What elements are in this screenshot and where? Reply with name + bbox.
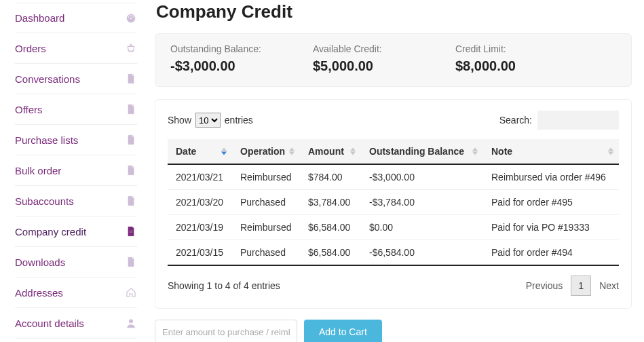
add-to-cart-button[interactable]: Add to Cart <box>304 320 382 342</box>
available-credit-label: Available Credit: <box>313 43 415 54</box>
document-icon <box>125 164 137 176</box>
entries-select[interactable]: 10 <box>195 113 221 128</box>
sidebar-item-dashboard[interactable]: Dashboard <box>15 3 137 33</box>
cell-balance: -$3,784.00 <box>361 190 483 215</box>
sidebar-item-subaccounts[interactable]: Subaccounts <box>15 186 137 216</box>
sidebar-item-orders[interactable]: Orders <box>15 33 137 64</box>
col-date[interactable]: Date <box>168 139 232 164</box>
sidebar-item-label: Downloads <box>15 256 65 268</box>
sidebar-item-label: Orders <box>15 43 46 54</box>
cell-amount: $784.00 <box>300 164 361 190</box>
sort-icon <box>608 148 613 155</box>
page-title: Company Credit <box>156 1 632 22</box>
sort-icon <box>289 148 295 155</box>
sidebar-item-purchase-lists[interactable]: Purchase lists <box>15 125 137 155</box>
home-icon <box>125 286 137 299</box>
outstanding-balance-label: Outstanding Balance: <box>170 43 272 54</box>
cell-note: Paid for order #494 <box>483 240 619 266</box>
table-row: 2021/03/20 Purchased $3,784.00 -$3,784.0… <box>168 190 619 215</box>
available-credit-value: $5,000.00 <box>313 58 415 74</box>
basket-icon <box>125 42 137 54</box>
col-note[interactable]: Note <box>483 139 619 164</box>
show-entries-prefix: Show <box>168 115 191 126</box>
document-icon <box>125 73 137 85</box>
col-balance[interactable]: Outstanding Balance <box>361 139 483 164</box>
outstanding-balance-value: -$3,000.00 <box>170 58 272 74</box>
cell-date: 2021/03/19 <box>168 215 232 240</box>
sidebar-item-bulk-order[interactable]: Bulk order <box>15 155 137 186</box>
credit-limit-value: $8,000.00 <box>455 58 557 74</box>
dashboard-icon <box>125 12 137 24</box>
sidebar-item-label: Offers <box>15 104 43 115</box>
amount-input[interactable] <box>155 320 297 342</box>
search-input[interactable] <box>537 111 619 130</box>
cell-balance: -$3,000.00 <box>361 164 483 190</box>
cell-amount: $6,584.00 <box>300 215 361 240</box>
table-info: Showing 1 to 4 of 4 entries <box>168 280 280 291</box>
cell-date: 2021/03/21 <box>168 164 232 190</box>
sidebar-item-label: Purchase lists <box>15 134 78 146</box>
sort-icon <box>221 148 227 155</box>
document-icon <box>125 195 137 207</box>
table-row: 2021/03/15 Purchased $6,584.00 -$6,584.0… <box>168 240 619 266</box>
pagination: Previous 1 Next <box>526 276 619 296</box>
document-icon <box>125 256 137 268</box>
transactions-table: Date Operation Amount <box>168 139 619 266</box>
sidebar-item-label: Company credit <box>15 226 86 238</box>
col-operation[interactable]: Operation <box>232 139 300 164</box>
cell-balance: -$6,584.00 <box>361 240 483 266</box>
cell-note: Paid for via PO #19333 <box>483 215 619 240</box>
user-icon <box>125 317 137 329</box>
sidebar-item-downloads[interactable]: Downloads <box>15 247 137 278</box>
prev-button[interactable]: Previous <box>526 280 563 291</box>
sidebar: Dashboard Orders Conversations Offers Pu… <box>0 0 143 342</box>
sidebar-item-conversations[interactable]: Conversations <box>15 64 137 94</box>
cell-date: 2021/03/15 <box>168 240 232 266</box>
cell-amount: $3,784.00 <box>300 190 361 215</box>
cell-operation: Reimbursed <box>232 215 300 240</box>
sidebar-item-label: Subaccounts <box>15 195 74 207</box>
cell-operation: Reimbursed <box>232 164 300 190</box>
sidebar-item-label: Conversations <box>15 73 80 85</box>
document-icon <box>125 134 137 146</box>
sidebar-item-addresses[interactable]: Addresses <box>15 278 137 308</box>
col-amount[interactable]: Amount <box>300 139 361 164</box>
sort-icon <box>472 148 478 155</box>
sort-icon <box>350 148 356 155</box>
sidebar-item-offers[interactable]: Offers <box>15 94 137 125</box>
cell-amount: $6,584.00 <box>300 240 361 266</box>
document-filled-icon <box>125 225 137 238</box>
main-content: Company Credit Outstanding Balance: -$3,… <box>143 0 644 342</box>
cell-operation: Purchased <box>232 240 300 266</box>
table-row: 2021/03/21 Reimbursed $784.00 -$3,000.00… <box>168 164 619 190</box>
credit-limit-label: Credit Limit: <box>455 43 557 54</box>
sidebar-item-label: Addresses <box>15 287 63 299</box>
show-entries-control: Show 10 entries <box>168 113 253 128</box>
search-label: Search: <box>499 115 532 126</box>
summary-card: Outstanding Balance: -$3,000.00 Availabl… <box>155 33 632 87</box>
purchase-row: Add to Cart <box>155 320 632 342</box>
sidebar-item-label: Account details <box>15 318 84 329</box>
show-entries-suffix: entries <box>225 115 253 126</box>
sidebar-item-company-credit[interactable]: Company credit <box>15 216 137 247</box>
cell-balance: $0.00 <box>361 215 483 240</box>
cell-operation: Purchased <box>232 190 300 215</box>
next-button[interactable]: Next <box>599 280 619 291</box>
sidebar-item-account-details[interactable]: Account details <box>15 308 137 339</box>
page-number-button[interactable]: 1 <box>571 276 591 296</box>
cell-date: 2021/03/20 <box>168 190 232 215</box>
sidebar-item-label: Bulk order <box>15 165 61 176</box>
cell-note: Paid for order #495 <box>483 190 619 215</box>
transactions-card: Show 10 entries Search: Date <box>155 99 632 309</box>
document-icon <box>125 103 137 115</box>
sidebar-item-label: Dashboard <box>15 12 64 24</box>
cell-note: Reimbursed via order #496 <box>483 164 619 190</box>
table-row: 2021/03/19 Reimbursed $6,584.00 $0.00 Pa… <box>168 215 619 240</box>
